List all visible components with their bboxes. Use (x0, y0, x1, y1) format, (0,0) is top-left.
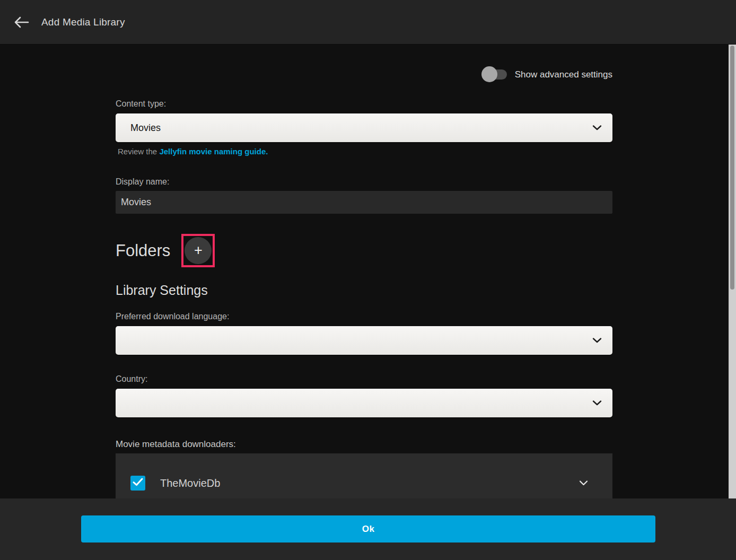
help-text-prefix: Review the (118, 147, 159, 156)
scrollbar-thumb[interactable] (730, 46, 734, 290)
toggle-knob (481, 66, 497, 82)
metadata-downloaders-label: Movie metadata downloaders: (116, 439, 612, 450)
show-advanced-label: Show advanced settings (515, 69, 612, 80)
display-name-input[interactable] (116, 191, 612, 214)
ok-button[interactable]: Ok (81, 515, 655, 542)
header-bar: Add Media Library (0, 0, 736, 45)
advanced-settings-row: Show advanced settings (116, 45, 612, 83)
display-name-label: Display name: (116, 177, 612, 187)
country-select[interactable] (116, 389, 612, 417)
chevron-down-icon (592, 125, 602, 131)
chevron-down-icon (592, 338, 602, 344)
scrollbar-track[interactable] (729, 45, 736, 498)
scroll-content: Show advanced settings Content type: Mov… (0, 45, 729, 560)
expand-chevron-down-icon[interactable] (579, 480, 588, 486)
content-type-label: Content type: (116, 99, 612, 109)
help-text-suffix: . (266, 147, 268, 156)
library-settings-heading: Library Settings (116, 283, 612, 298)
page-title: Add Media Library (41, 16, 125, 28)
footer-bar: Ok (0, 498, 736, 560)
naming-guide-link[interactable]: Jellyfin movie naming guide (159, 147, 266, 156)
checkmark-icon (133, 478, 143, 488)
folders-heading: Folders (116, 241, 170, 260)
content-type-help: Review the Jellyfin movie naming guide. (116, 147, 612, 156)
back-arrow-icon[interactable] (8, 10, 34, 35)
folders-section: Folders + (116, 234, 612, 267)
preferred-language-label: Preferred download language: (116, 312, 612, 321)
content-type-value: Movies (130, 122, 161, 134)
chevron-down-icon (592, 400, 602, 406)
plus-icon: + (194, 243, 203, 258)
add-folder-button[interactable]: + (185, 237, 212, 264)
preferred-language-select[interactable] (116, 326, 612, 355)
show-advanced-toggle[interactable] (481, 66, 507, 83)
themoviedb-checkbox[interactable] (130, 476, 145, 491)
country-label: Country: (116, 374, 612, 384)
content-type-select[interactable]: Movies (116, 113, 612, 142)
downloader-name: TheMovieDb (160, 477, 220, 489)
click-highlight: + (181, 234, 215, 267)
